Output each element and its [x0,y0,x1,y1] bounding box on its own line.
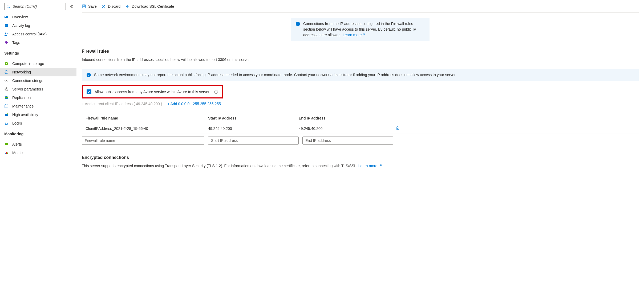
learn-more-link[interactable]: Learn more [358,164,382,168]
sidebar-item-alerts[interactable]: Alerts [0,140,76,149]
search-icon [6,5,10,8]
svg-rect-4 [5,24,8,27]
sidebar-item-label: Alerts [12,142,22,146]
high-availability-icon [4,113,9,117]
cell-rule-name: ClientIPAddress_2021-2-28_15-56-40 [86,126,208,131]
sidebar-item-label: High availability [12,113,38,117]
sidebar-item-connection-strings[interactable]: Connection strings [0,76,76,85]
sidebar-item-tags[interactable]: Tags [0,38,76,47]
add-client-ip-link[interactable]: + Add current client IP address ( 49.245… [82,102,162,106]
header-rule-name: Firewall rule name [86,116,208,120]
sidebar-item-label: Tags [12,40,20,45]
sidebar-top [0,0,78,13]
encrypted-title: Encrypted connections [82,155,639,160]
info-text: Connections from the IP addresses config… [303,21,425,38]
sidebar-item-overview[interactable]: Overview [0,13,76,21]
allow-azure-label: Allow public access from any Azure servi… [95,90,209,94]
external-link-icon [362,32,365,38]
info-tooltip-icon[interactable]: i [214,90,218,94]
svg-rect-26 [5,123,7,125]
sidebar-item-access-control[interactable]: Access control (IAM) [0,30,76,38]
compute-icon [4,61,9,66]
cell-end-ip: 49.245.40.200 [299,126,389,131]
collapse-sidebar-button[interactable] [68,3,75,10]
activity-log-icon [4,23,9,28]
networking-icon [4,70,9,74]
sidebar-item-label: Connection strings [12,79,43,83]
learn-more-link[interactable]: Learn more [343,33,365,37]
discard-button[interactable]: Discard [102,4,120,9]
sidebar-item-networking[interactable]: Networking [0,68,76,76]
toolbar-label: Save [88,4,97,9]
tags-icon [4,40,9,45]
firewall-rule-row: ClientIPAddress_2021-2-28_15-56-40 49.24… [82,123,639,134]
sidebar-item-locks[interactable]: Locks [0,119,76,127]
divider [4,139,72,139]
search-input[interactable] [4,3,66,10]
download-ssl-button[interactable]: Download SSL Certificate [125,4,174,9]
svg-point-11 [6,63,7,64]
connection-strings-icon [4,79,9,83]
save-button[interactable]: Save [82,4,97,9]
sidebar-item-replication[interactable]: Replication [0,93,76,102]
sidebar-item-maintenance[interactable]: Maintenance [0,102,76,110]
content-scroll[interactable]: i Connections from the IP addresses conf… [82,13,639,180]
sidebar: Overview Activity log Access control (IA… [0,0,78,180]
sidebar-item-label: Server parameters [12,87,43,91]
svg-point-18 [6,88,7,90]
sidebar-item-label: Maintenance [12,104,34,108]
end-ip-input[interactable] [302,137,393,145]
sidebar-item-metrics[interactable]: Metrics [0,149,76,157]
maintenance-icon [4,104,9,108]
sidebar-item-compute-storage[interactable]: Compute + storage [0,59,76,68]
add-ip-links: + Add current client IP address ( 49.245… [82,102,639,106]
external-link-icon [379,163,382,169]
start-ip-input[interactable] [208,137,299,145]
encrypted-description: This server supports encrypted connectio… [82,163,639,169]
sidebar-item-activity-log[interactable]: Activity log [0,21,76,30]
svg-point-25 [5,115,6,115]
rule-name-input[interactable] [82,137,204,145]
search-wrap [4,3,66,10]
svg-point-8 [7,33,8,34]
firewall-description: Inbound connections from the IP addresse… [82,57,639,63]
sidebar-item-high-availability[interactable]: High availability [0,110,76,119]
header-end-ip: End IP address [299,116,389,120]
firewall-input-row [82,134,639,147]
svg-point-7 [5,33,6,34]
network-info-banner: i Some network environments may not repo… [82,69,639,81]
divider [4,58,72,58]
header-start-ip: Start IP address [208,116,299,120]
encrypted-section: Encrypted connections This server suppor… [82,155,639,169]
add-range-link[interactable]: + Add 0.0.0.0 - 255.255.255.255 [167,102,221,106]
cell-start-ip: 49.245.40.200 [208,126,299,131]
svg-rect-15 [5,80,6,81]
svg-rect-30 [7,152,8,154]
sidebar-item-server-parameters[interactable]: Server parameters [0,85,76,93]
sidebar-item-label: Activity log [12,23,30,28]
metrics-icon [4,151,9,155]
info-text: Some network environments may not report… [94,72,456,78]
alerts-icon [4,142,9,146]
firewall-title: Firewall rules [82,49,639,54]
sidebar-item-label: Compute + storage [12,61,44,66]
sidebar-item-label: Access control (IAM) [12,32,47,36]
delete-rule-button[interactable] [396,126,400,130]
main-content: Save Discard Download SSL Certificate i … [78,0,644,180]
firewall-table-header: Firewall rule name Start IP address End … [82,113,639,123]
svg-rect-3 [5,16,6,17]
sidebar-section-monitoring: Monitoring [0,127,76,138]
access-control-icon [4,32,9,36]
allow-azure-highlight: Allow public access from any Azure servi… [82,85,223,98]
svg-line-44 [380,165,382,166]
sidebar-nav[interactable]: Overview Activity log Access control (IA… [0,13,78,180]
allow-azure-checkbox[interactable] [87,89,91,94]
connections-info-banner: i Connections from the IP addresses conf… [291,18,430,41]
sidebar-item-label: Networking [12,70,31,74]
info-icon: i [87,73,91,77]
toolbar: Save Discard Download SSL Certificate [82,0,639,13]
svg-rect-20 [5,105,8,108]
sidebar-item-label: Metrics [12,151,24,155]
replication-icon [4,96,9,100]
svg-rect-2 [5,16,8,18]
